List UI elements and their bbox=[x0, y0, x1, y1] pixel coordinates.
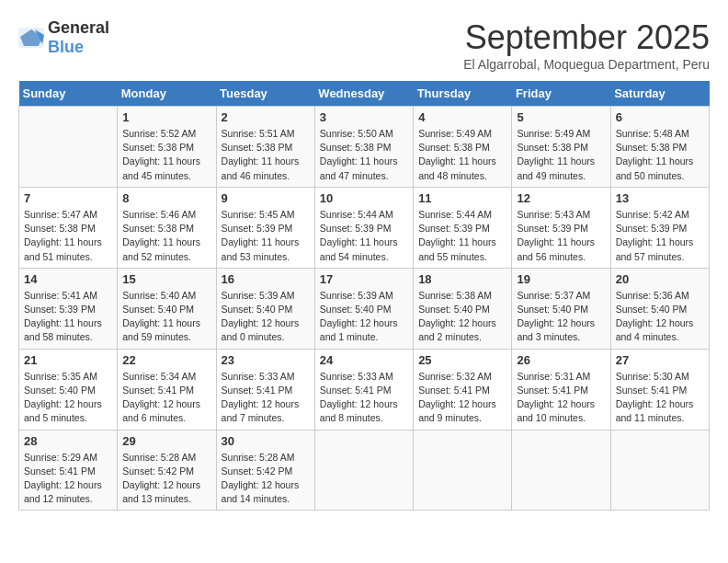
day-number: 16 bbox=[222, 272, 310, 286]
day-cell: 18Sunrise: 5:38 AM Sunset: 5:40 PM Dayli… bbox=[414, 268, 512, 349]
day-number: 22 bbox=[122, 353, 210, 367]
header: General Blue September 2025 El Algarroba… bbox=[18, 18, 710, 72]
day-cell: 27Sunrise: 5:30 AM Sunset: 5:41 PM Dayli… bbox=[610, 349, 709, 430]
day-number: 7 bbox=[24, 191, 112, 205]
day-cell: 21Sunrise: 5:35 AM Sunset: 5:40 PM Dayli… bbox=[19, 349, 118, 430]
day-number: 2 bbox=[222, 110, 310, 124]
week-row-4: 21Sunrise: 5:35 AM Sunset: 5:40 PM Dayli… bbox=[19, 349, 710, 430]
day-number: 30 bbox=[222, 434, 310, 448]
day-info: Sunrise: 5:52 AM Sunset: 5:38 PM Dayligh… bbox=[122, 127, 210, 183]
day-cell: 11Sunrise: 5:44 AM Sunset: 5:39 PM Dayli… bbox=[414, 187, 512, 268]
day-number: 4 bbox=[418, 110, 506, 124]
header-cell-saturday: Saturday bbox=[610, 81, 709, 107]
day-number: 5 bbox=[517, 110, 605, 124]
day-info: Sunrise: 5:49 AM Sunset: 5:38 PM Dayligh… bbox=[418, 127, 506, 183]
day-info: Sunrise: 5:41 AM Sunset: 5:39 PM Dayligh… bbox=[24, 289, 112, 345]
day-number: 15 bbox=[122, 272, 210, 286]
day-cell bbox=[610, 430, 709, 511]
day-cell: 6Sunrise: 5:48 AM Sunset: 5:38 PM Daylig… bbox=[610, 107, 709, 188]
day-info: Sunrise: 5:32 AM Sunset: 5:41 PM Dayligh… bbox=[418, 370, 506, 426]
day-cell: 24Sunrise: 5:33 AM Sunset: 5:41 PM Dayli… bbox=[314, 349, 413, 430]
day-number: 28 bbox=[24, 434, 112, 448]
day-number: 1 bbox=[122, 110, 210, 124]
day-info: Sunrise: 5:45 AM Sunset: 5:39 PM Dayligh… bbox=[222, 208, 310, 264]
day-cell: 1Sunrise: 5:52 AM Sunset: 5:38 PM Daylig… bbox=[118, 107, 216, 188]
day-number: 17 bbox=[320, 272, 408, 286]
month-title: September 2025 bbox=[463, 18, 710, 57]
day-number: 14 bbox=[24, 272, 112, 286]
day-info: Sunrise: 5:35 AM Sunset: 5:40 PM Dayligh… bbox=[24, 370, 112, 426]
day-info: Sunrise: 5:47 AM Sunset: 5:38 PM Dayligh… bbox=[24, 208, 112, 264]
logo-blue: Blue bbox=[48, 38, 84, 56]
logo: General Blue bbox=[18, 18, 109, 57]
day-cell: 15Sunrise: 5:40 AM Sunset: 5:40 PM Dayli… bbox=[118, 268, 216, 349]
day-info: Sunrise: 5:36 AM Sunset: 5:40 PM Dayligh… bbox=[616, 289, 704, 345]
day-cell: 17Sunrise: 5:39 AM Sunset: 5:40 PM Dayli… bbox=[314, 268, 413, 349]
day-number: 25 bbox=[418, 353, 506, 367]
day-info: Sunrise: 5:44 AM Sunset: 5:39 PM Dayligh… bbox=[320, 208, 408, 264]
logo-icon bbox=[18, 28, 44, 48]
day-number: 12 bbox=[517, 191, 605, 205]
day-info: Sunrise: 5:33 AM Sunset: 5:41 PM Dayligh… bbox=[222, 370, 310, 426]
day-info: Sunrise: 5:28 AM Sunset: 5:42 PM Dayligh… bbox=[222, 451, 310, 507]
day-info: Sunrise: 5:44 AM Sunset: 5:39 PM Dayligh… bbox=[418, 208, 506, 264]
day-number: 11 bbox=[418, 191, 506, 205]
day-info: Sunrise: 5:42 AM Sunset: 5:39 PM Dayligh… bbox=[616, 208, 704, 264]
day-cell: 4Sunrise: 5:49 AM Sunset: 5:38 PM Daylig… bbox=[414, 107, 512, 188]
day-cell bbox=[19, 107, 118, 188]
day-info: Sunrise: 5:33 AM Sunset: 5:41 PM Dayligh… bbox=[320, 370, 408, 426]
day-info: Sunrise: 5:29 AM Sunset: 5:41 PM Dayligh… bbox=[24, 451, 112, 507]
day-cell: 13Sunrise: 5:42 AM Sunset: 5:39 PM Dayli… bbox=[610, 187, 709, 268]
day-number: 13 bbox=[616, 191, 704, 205]
day-number: 3 bbox=[320, 110, 408, 124]
day-number: 29 bbox=[122, 434, 210, 448]
day-info: Sunrise: 5:40 AM Sunset: 5:40 PM Dayligh… bbox=[122, 289, 210, 345]
day-cell: 10Sunrise: 5:44 AM Sunset: 5:39 PM Dayli… bbox=[314, 187, 413, 268]
header-row: SundayMondayTuesdayWednesdayThursdayFrid… bbox=[19, 81, 710, 107]
day-cell: 20Sunrise: 5:36 AM Sunset: 5:40 PM Dayli… bbox=[610, 268, 709, 349]
day-info: Sunrise: 5:43 AM Sunset: 5:39 PM Dayligh… bbox=[517, 208, 605, 264]
day-cell: 2Sunrise: 5:51 AM Sunset: 5:38 PM Daylig… bbox=[216, 107, 314, 188]
day-info: Sunrise: 5:50 AM Sunset: 5:38 PM Dayligh… bbox=[320, 127, 408, 183]
day-info: Sunrise: 5:31 AM Sunset: 5:41 PM Dayligh… bbox=[517, 370, 605, 426]
logo-general: General bbox=[48, 18, 109, 37]
location-title: El Algarrobal, Moquegua Department, Peru bbox=[463, 57, 710, 72]
day-number: 24 bbox=[320, 353, 408, 367]
day-number: 27 bbox=[616, 353, 704, 367]
header-cell-monday: Monday bbox=[118, 81, 216, 107]
day-info: Sunrise: 5:39 AM Sunset: 5:40 PM Dayligh… bbox=[222, 289, 310, 345]
day-cell: 7Sunrise: 5:47 AM Sunset: 5:38 PM Daylig… bbox=[19, 187, 118, 268]
day-cell: 26Sunrise: 5:31 AM Sunset: 5:41 PM Dayli… bbox=[512, 349, 610, 430]
logo-text: General Blue bbox=[48, 18, 109, 57]
day-cell: 16Sunrise: 5:39 AM Sunset: 5:40 PM Dayli… bbox=[216, 268, 314, 349]
day-cell bbox=[512, 430, 610, 511]
day-info: Sunrise: 5:51 AM Sunset: 5:38 PM Dayligh… bbox=[222, 127, 310, 183]
day-cell: 30Sunrise: 5:28 AM Sunset: 5:42 PM Dayli… bbox=[216, 430, 314, 511]
header-cell-tuesday: Tuesday bbox=[216, 81, 314, 107]
day-number: 18 bbox=[418, 272, 506, 286]
day-cell: 5Sunrise: 5:49 AM Sunset: 5:38 PM Daylig… bbox=[512, 107, 610, 188]
day-info: Sunrise: 5:39 AM Sunset: 5:40 PM Dayligh… bbox=[320, 289, 408, 345]
day-info: Sunrise: 5:49 AM Sunset: 5:38 PM Dayligh… bbox=[517, 127, 605, 183]
day-cell: 28Sunrise: 5:29 AM Sunset: 5:41 PM Dayli… bbox=[19, 430, 118, 511]
week-row-3: 14Sunrise: 5:41 AM Sunset: 5:39 PM Dayli… bbox=[19, 268, 710, 349]
day-info: Sunrise: 5:48 AM Sunset: 5:38 PM Dayligh… bbox=[616, 127, 704, 183]
day-number: 19 bbox=[517, 272, 605, 286]
day-cell: 22Sunrise: 5:34 AM Sunset: 5:41 PM Dayli… bbox=[118, 349, 216, 430]
week-row-1: 1Sunrise: 5:52 AM Sunset: 5:38 PM Daylig… bbox=[19, 107, 710, 188]
day-info: Sunrise: 5:34 AM Sunset: 5:41 PM Dayligh… bbox=[122, 370, 210, 426]
day-cell bbox=[314, 430, 413, 511]
day-cell bbox=[414, 430, 512, 511]
title-area: September 2025 El Algarrobal, Moquegua D… bbox=[463, 18, 710, 72]
day-number: 8 bbox=[122, 191, 210, 205]
day-cell: 23Sunrise: 5:33 AM Sunset: 5:41 PM Dayli… bbox=[216, 349, 314, 430]
day-number: 10 bbox=[320, 191, 408, 205]
day-number: 9 bbox=[222, 191, 310, 205]
day-cell: 25Sunrise: 5:32 AM Sunset: 5:41 PM Dayli… bbox=[414, 349, 512, 430]
day-number: 21 bbox=[24, 353, 112, 367]
day-cell: 9Sunrise: 5:45 AM Sunset: 5:39 PM Daylig… bbox=[216, 187, 314, 268]
week-row-2: 7Sunrise: 5:47 AM Sunset: 5:38 PM Daylig… bbox=[19, 187, 710, 268]
day-cell: 3Sunrise: 5:50 AM Sunset: 5:38 PM Daylig… bbox=[314, 107, 413, 188]
day-cell: 12Sunrise: 5:43 AM Sunset: 5:39 PM Dayli… bbox=[512, 187, 610, 268]
day-number: 23 bbox=[222, 353, 310, 367]
